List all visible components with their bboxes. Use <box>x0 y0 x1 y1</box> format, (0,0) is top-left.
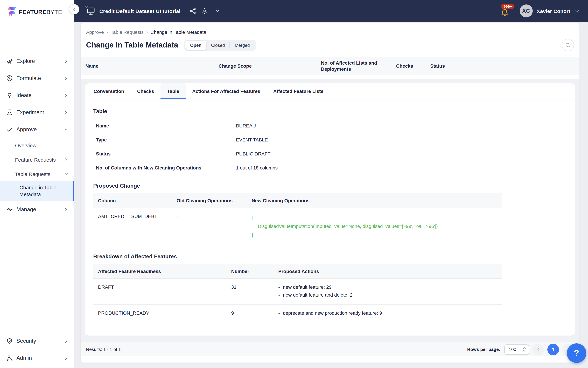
app-viewport: FEATUREBYTE Explore Formulate Ideate <box>0 0 588 368</box>
proposed-change-row: AMT_CREDIT_SUM_DEBT - [ DisguisedValueIm… <box>93 208 502 245</box>
page-title: Change in Table Metadata <box>86 41 178 50</box>
request-expansion-panel: Conversation Checks Table Actions For Af… <box>80 79 579 342</box>
chevron-left-icon <box>536 347 540 352</box>
breakdown-row-draft: DRAFT 31 •new default feature: 29 •new d… <box>93 279 502 305</box>
tab-conversation[interactable]: Conversation <box>87 83 131 99</box>
chevron-right-icon <box>63 339 69 344</box>
proposed-actions-cell: •deprecate and new production ready feat… <box>278 310 498 316</box>
avatar[interactable]: XC <box>519 4 533 18</box>
user-name: Xavier Conort <box>537 8 570 14</box>
chevron-down-icon[interactable] <box>574 8 580 14</box>
tab-checks[interactable]: Checks <box>131 83 161 99</box>
results-footer: Results: 1 - 1 of 1 Rows per page: 100 1 <box>80 342 579 356</box>
filter-merged-button[interactable]: Merged <box>230 40 255 50</box>
sidebar-item-label: Manage <box>16 206 63 212</box>
previous-page-button[interactable] <box>532 344 544 355</box>
activity-pulse-icon <box>6 206 13 213</box>
sidebar-collapse-button[interactable] <box>69 4 79 14</box>
sidebar-item-experiment[interactable]: Experiment <box>0 104 74 121</box>
sidebar-subitem-label: Overview <box>15 142 69 148</box>
old-cleaning-operations-cell: - <box>177 213 252 239</box>
help-button[interactable]: ? <box>567 343 586 363</box>
search-icon <box>565 42 570 48</box>
breadcrumb: Approve › Table Requests › Change in Tab… <box>80 23 579 35</box>
chevron-down-icon <box>64 172 69 176</box>
filter-open-button[interactable]: Open <box>185 40 206 50</box>
tab-table[interactable]: Table <box>161 83 186 99</box>
logo-byte: BYTE <box>46 9 62 15</box>
bullet-dot: • <box>278 284 280 290</box>
column-header-new-cleaning-operations: New Cleaning Operations <box>252 198 498 203</box>
breakdown-row-production-ready: PRODUCTION_READY 9 •deprecate and new pr… <box>93 305 502 322</box>
info-label: Type <box>96 137 236 142</box>
chevron-right-icon <box>63 93 69 98</box>
breakdown-table: Affected Feature Readiness Number Propos… <box>93 264 502 322</box>
breadcrumb-table-requests[interactable]: Table Requests <box>111 29 143 35</box>
featurebyte-logo-icon <box>8 7 16 18</box>
sidebar-item-feature-requests[interactable]: Feature Requests <box>0 152 74 167</box>
proposed-action: deprecate and new production ready featu… <box>283 310 382 316</box>
featurebyte-logo: FEATUREBYTE <box>0 0 74 20</box>
select-stepper-icon <box>523 347 526 352</box>
info-label: Name <box>96 123 236 129</box>
column-name-cell: AMT_CREDIT_SUM_DEBT <box>98 213 177 239</box>
rows-per-page-select[interactable]: 100 <box>504 344 529 355</box>
column-header-status: Status <box>423 63 575 69</box>
info-value: PUBLIC DRAFT <box>236 151 297 156</box>
chevron-right-icon <box>63 356 69 361</box>
breadcrumb-approve[interactable]: Approve <box>86 29 104 35</box>
chevron-down-icon[interactable] <box>215 8 220 14</box>
sidebar-subitem-label: Table Requests <box>15 171 64 177</box>
breadcrumb-separator: › <box>107 30 108 35</box>
gear-icon[interactable] <box>201 8 208 14</box>
column-header-column: Column <box>98 198 177 203</box>
sidebar-item-manage[interactable]: Manage <box>0 201 74 218</box>
sidebar: FEATUREBYTE Explore Formulate Ideate <box>0 0 74 368</box>
bell-icon <box>500 9 509 17</box>
column-header-proposed-actions: Proposed Actions <box>278 268 498 274</box>
sidebar-item-formulate[interactable]: Formulate <box>0 70 74 87</box>
shield-check-icon <box>6 338 13 344</box>
request-table-row[interactable] <box>80 75 579 79</box>
chevron-left-icon <box>72 7 77 12</box>
number-cell: 31 <box>231 284 278 298</box>
user-search-icon <box>6 355 13 361</box>
table-info-row: Name BUREAU <box>93 119 299 133</box>
sidebar-item-label: Approve <box>16 126 63 133</box>
column-header-number: Number <box>231 268 278 274</box>
sidebar-item-change-in-table-metadata[interactable]: Change in Table Metadata <box>0 181 74 201</box>
project-switcher[interactable]: Credit Default Dataset UI tutorial <box>74 7 220 15</box>
share-icon[interactable] <box>189 8 196 14</box>
sidebar-item-explore[interactable]: Explore <box>0 53 74 70</box>
search-button[interactable] <box>562 39 574 51</box>
notifications-button[interactable]: 999+ <box>500 5 511 17</box>
tab-affected-feature-lists[interactable]: Affected Feature Lists <box>267 83 330 99</box>
breadcrumb-separator: › <box>146 30 148 35</box>
breakdown-heading: Breakdown of Affected Features <box>93 254 567 260</box>
check-badge-icon <box>84 4 89 9</box>
request-detail-card: Conversation Checks Table Actions For Af… <box>85 83 575 336</box>
sidebar-bottom-section: Security Admin <box>0 330 74 368</box>
table-info-row: Type EVENT TABLE <box>93 133 299 147</box>
filter-closed-button[interactable]: Closed <box>206 40 230 50</box>
lightbulb-icon <box>6 92 13 99</box>
bullet-dot: • <box>278 310 280 316</box>
sidebar-item-overview[interactable]: Overview <box>0 138 74 152</box>
detail-tabs: Conversation Checks Table Actions For Af… <box>85 83 575 100</box>
rows-per-page-value: 100 <box>509 347 516 352</box>
tab-actions-for-affected-features[interactable]: Actions For Affected Features <box>186 83 267 99</box>
proposed-change-heading: Proposed Change <box>93 183 567 189</box>
notification-count-badge: 999+ <box>501 4 514 9</box>
sidebar-item-approve[interactable]: Approve <box>0 121 74 138</box>
rows-per-page-label: Rows per page: <box>467 347 500 352</box>
proposed-action: new default feature: 29 <box>283 284 331 290</box>
sidebar-item-admin[interactable]: Admin <box>0 350 74 367</box>
sidebar-item-table-requests[interactable]: Table Requests <box>0 167 74 181</box>
chevron-down-icon <box>63 127 69 132</box>
table-info-row: Status PUBLIC DRAFT <box>93 147 299 161</box>
new-cleaning-operations-cell: [ DisguisedValueImputation(imputed_value… <box>252 213 498 239</box>
page-1-button[interactable]: 1 <box>547 344 559 355</box>
sidebar-item-ideate[interactable]: Ideate <box>0 87 74 104</box>
sidebar-item-security[interactable]: Security <box>0 332 74 350</box>
column-header-checks: Checks <box>389 63 423 69</box>
